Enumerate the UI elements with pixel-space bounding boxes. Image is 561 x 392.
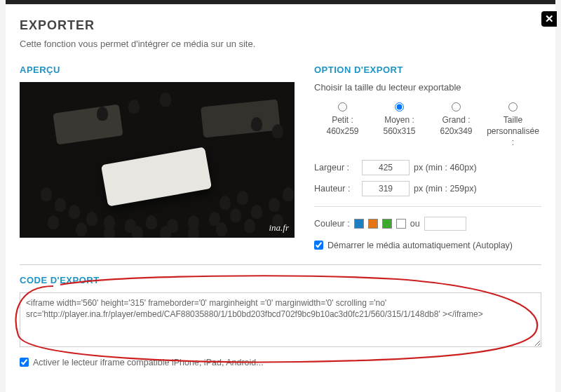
color-swatch-white[interactable] [396,219,406,229]
size-label-moyen: Moyen : 560x315 [371,114,428,137]
color-input[interactable] [424,217,466,231]
color-label: Couleur : [314,219,350,229]
page-subtitle: Cette fonction vous permet d'intégrer ce… [20,39,541,49]
options-subtitle: Choisir la taille du lecteur exportable [314,82,541,93]
height-input[interactable] [362,181,410,196]
size-label-petit: Petit : 460x259 [314,114,371,137]
export-heading: CODE D'EXPORT [20,275,541,285]
iframe-compat-checkbox[interactable] [20,358,29,367]
watermark: ina.fr [269,222,289,234]
size-radio-grand[interactable] [452,102,461,111]
export-code-textarea[interactable] [20,292,541,347]
width-hint: px (min : 460px) [414,163,477,173]
size-radio-moyen[interactable] [395,102,404,111]
video-preview[interactable]: ina.fr [20,82,295,238]
color-swatch-blue[interactable] [354,219,364,229]
size-label-custom: Taille personnalisée : [485,114,541,149]
size-radio-petit[interactable] [338,102,347,111]
color-swatch-orange[interactable] [368,219,378,229]
iframe-compat-label: Activer le lecteur iframe compatible iPh… [33,358,264,367]
color-swatch-green[interactable] [382,219,392,229]
color-or: ou [410,219,420,229]
width-input[interactable] [362,160,410,175]
autoplay-label: Démarrer le média automatiquement (Autop… [327,241,513,250]
page-title: EXPORTER [20,18,541,33]
size-label-grand: Grand : 620x349 [428,114,485,137]
width-label: Largeur : [314,163,358,173]
height-label: Hauteur : [314,184,358,194]
preview-heading: APERÇU [20,65,295,75]
options-heading: OPTION D'EXPORT [314,65,541,75]
close-icon[interactable]: ✕ [541,11,557,27]
autoplay-checkbox[interactable] [314,241,323,250]
size-radio-custom[interactable] [508,102,518,111]
height-hint: px (min : 259px) [414,184,477,194]
